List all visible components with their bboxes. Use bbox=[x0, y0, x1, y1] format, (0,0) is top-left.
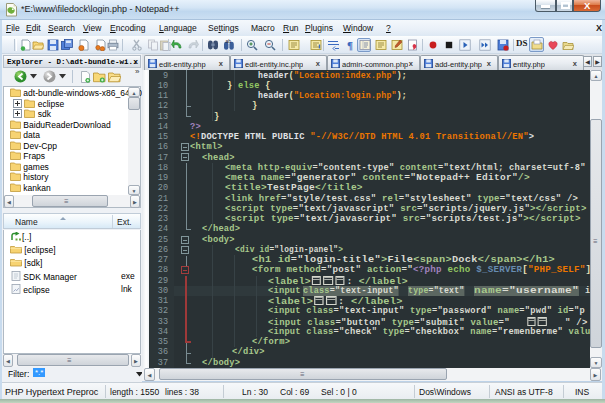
svg-text:¶: ¶ bbox=[347, 39, 353, 51]
svg-text:ab: ab bbox=[225, 39, 231, 44]
